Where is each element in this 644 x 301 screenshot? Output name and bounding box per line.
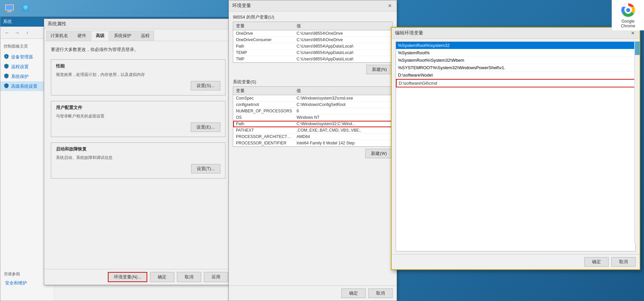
- user-profiles-label: 用户配置文件: [56, 105, 220, 111]
- edit-item-4[interactable]: D:\software\Node\: [396, 72, 635, 79]
- user-var-row-1[interactable]: OneDriveConsumer C:\Users\98554\OneDrive: [233, 37, 392, 43]
- user-profiles-desc: 与登录帐户相关的桌面设置: [56, 113, 220, 119]
- up-button[interactable]: ↑: [23, 29, 31, 37]
- env-close-button[interactable]: ✕: [387, 2, 393, 9]
- startup-recovery-desc: 系统启动、系统故障和调试信息: [56, 155, 220, 161]
- sysprops-title: 系统属性: [48, 21, 66, 26]
- chrome-app-icon[interactable]: Google Chrome: [612, 0, 644, 30]
- sysprops-content: 要进行大多数更改，你必须作为管理员登录。 性能 视觉效果，处理器计划，内存使用，…: [44, 41, 232, 269]
- tab-computer-name[interactable]: 计算机名: [46, 31, 72, 41]
- edit-item-2[interactable]: %SystemRoot%\System32\Wbem: [396, 57, 635, 64]
- sys-var-val-2: 8: [295, 109, 391, 113]
- user-var-row-4[interactable]: TMP C:\Users\98554\AppData\Local\: [233, 56, 392, 62]
- user-var-name-2: Path: [235, 44, 295, 49]
- user-var-val-1: C:\Users\98554\OneDrive: [295, 37, 391, 42]
- chrome-label: Google Chrome: [621, 19, 635, 28]
- ok-button[interactable]: 确定: [150, 272, 174, 282]
- sys-var-name-3: OS: [235, 115, 295, 120]
- edit-env-ok-button[interactable]: 确定: [584, 257, 609, 267]
- user-var-row-0[interactable]: OneDrive C:\Users\98554\OneDrive: [233, 30, 392, 37]
- col-val-header: 值: [295, 23, 391, 29]
- sys-var-row-1[interactable]: configsetroot C:\Windows\ConfigSetRoot: [233, 102, 392, 108]
- edit-item-3[interactable]: %SYSTEMROOT%\System32\WindowsPowerShell\…: [396, 64, 635, 72]
- sys-var-row-path[interactable]: Path C:\Windows\system32;C:\Wind...: [233, 121, 392, 127]
- user-profiles-settings-button[interactable]: 设置(E)...: [191, 122, 220, 132]
- startup-recovery-label: 启动和故障恢复: [56, 146, 220, 152]
- env-title-bar: 环境变量 ✕: [229, 0, 397, 11]
- sysprops-footer: 环境变量(N)... 确定 取消 应用: [44, 269, 232, 285]
- env-variables-button[interactable]: 环境变量(N)...: [108, 272, 147, 282]
- user-vars-btn-row: 新建(N): [229, 63, 397, 76]
- svg-rect-1: [6, 5, 13, 10]
- shield-icon-remote: [4, 63, 9, 70]
- back-button[interactable]: ←: [3, 29, 11, 37]
- svg-rect-3: [7, 12, 12, 12]
- tab-remote[interactable]: 远程: [136, 31, 154, 41]
- user-var-row-3[interactable]: TEMP C:\Users\98554\AppData\Local\: [233, 50, 392, 56]
- sys-var-row-2[interactable]: NUMBER_OF_PROCESSORS 8: [233, 108, 392, 114]
- sys-var-row-3[interactable]: OS Windows NT: [233, 114, 392, 121]
- sys-var-val-0: C:\Windows\system32\cmd.exe: [295, 96, 391, 101]
- sys-var-row-7[interactable]: PROCESSOR_IDENTIFIER Intel64 Family 6 Mo…: [233, 140, 392, 146]
- edit-env-list[interactable]: %SystemRoot%\system32 %SystemRoot% %Syst…: [396, 42, 636, 251]
- sys-var-name-5: PATHEXT: [235, 128, 295, 133]
- user-var-name-3: TEMP: [235, 50, 295, 55]
- system-vars-title: 系统变量(S): [229, 76, 397, 86]
- edit-item-git[interactable]: D:\software\Git\cmd: [396, 79, 635, 87]
- system-new-button[interactable]: 新建(W): [365, 149, 393, 158]
- shield-icon-device: !: [4, 54, 9, 60]
- sys-var-name-7: PROCESSOR_IDENTIFIER: [235, 141, 295, 145]
- cancel-button[interactable]: 取消: [177, 272, 201, 282]
- sys-var-row-0[interactable]: ComSpec C:\Windows\system32\cmd.exe: [233, 95, 392, 102]
- qq-taskbar-icon[interactable]: [19, 1, 32, 15]
- performance-label: 性能: [56, 63, 220, 69]
- user-var-name-0: OneDrive: [235, 31, 295, 36]
- tab-system-protection[interactable]: 系统保护: [110, 31, 136, 41]
- tab-hardware[interactable]: 硬件: [73, 31, 91, 41]
- sys-var-row-5[interactable]: PATHEXT .COM;.EXE;.BAT;.CMD;.VBS;.VBE;.: [233, 127, 392, 134]
- edit-env-title: 编辑环境变量: [395, 30, 630, 36]
- scrollbar-thumb[interactable]: [635, 42, 640, 55]
- forward-button[interactable]: →: [13, 29, 21, 37]
- sidebar-label-system-protection: 系统保护: [11, 74, 29, 80]
- svg-rect-2: [7, 11, 11, 12]
- sys-var-row-6[interactable]: PROCESSOR_ARCHITECTURE AMD64: [233, 134, 392, 140]
- sys-var-val-7: Intel64 Family 6 Model 142 Step: [295, 141, 391, 145]
- sys-var-val-6: AMD64: [295, 134, 391, 139]
- performance-section: 性能 视觉效果，处理器计划，内存使用，以及虚拟内存 设置(S)...: [51, 59, 225, 95]
- user-var-name-4: TMP: [235, 57, 295, 61]
- chrome-icon: [620, 2, 636, 18]
- svg-point-5: [23, 5, 28, 10]
- env-footer: 确定 取消: [229, 285, 397, 301]
- sys-col-var-header: 变量: [235, 88, 295, 94]
- user-var-row-2[interactable]: Path C:\Users\98554\AppData\Local\: [233, 43, 392, 50]
- env-cancel-button[interactable]: 取消: [368, 289, 393, 298]
- shield-icon-protection: [4, 73, 9, 80]
- edit-env-window: 编辑环境变量 ✕ %SystemRoot%\system32 %SystemRo…: [391, 27, 640, 270]
- startup-recovery-settings-button[interactable]: 设置(T)...: [191, 164, 220, 173]
- computer-taskbar-icon[interactable]: [3, 1, 16, 15]
- svg-point-9: [26, 7, 27, 7]
- system-properties-window: 系统属性 计算机名 硬件 高级 系统保护 远程 要进行大多数更改，你必须作为管理…: [44, 19, 233, 285]
- edit-env-cancel-button[interactable]: 取消: [611, 257, 636, 267]
- system-vars-header: 变量 值: [233, 87, 392, 95]
- apply-button[interactable]: 应用: [204, 272, 228, 282]
- env-ok-button[interactable]: 确定: [341, 289, 366, 298]
- performance-settings-button[interactable]: 设置(S)...: [191, 81, 220, 90]
- edit-env-close-button[interactable]: ✕: [630, 30, 636, 36]
- user-var-val-0: C:\Users\98554\OneDrive: [295, 31, 391, 36]
- edit-item-0[interactable]: %SystemRoot%\system32: [396, 42, 635, 49]
- user-vars-table: 变量 值 OneDrive C:\Users\98554\OneDrive On…: [233, 22, 393, 63]
- edit-env-scrollbar[interactable]: [634, 41, 640, 244]
- performance-desc: 视觉效果，处理器计划，内存使用，以及虚拟内存: [56, 72, 220, 78]
- user-new-button[interactable]: 新建(N): [366, 65, 393, 74]
- edit-item-1[interactable]: %SystemRoot%: [396, 49, 635, 57]
- tab-advanced[interactable]: 高级: [91, 31, 109, 41]
- sidebar-label-advanced-system: 高级系统设置: [11, 83, 37, 89]
- user-var-name-1: OneDriveConsumer: [235, 37, 295, 42]
- user-var-val-2: C:\Users\98554\AppData\Local\: [295, 44, 391, 49]
- sys-col-val-header: 值: [295, 88, 391, 94]
- sys-var-val-1: C:\Windows\ConfigSetRoot: [295, 102, 391, 107]
- col-var-header: 变量: [235, 23, 295, 29]
- svg-point-8: [24, 7, 25, 7]
